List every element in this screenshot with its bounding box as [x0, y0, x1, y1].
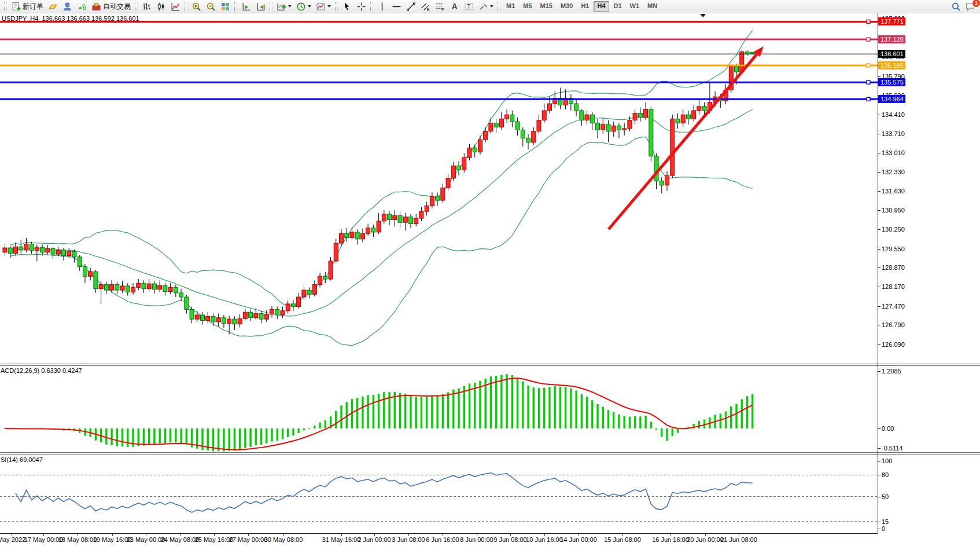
time-axis-label: 10 Jun 16:00 [526, 536, 563, 543]
time-tick-mark [544, 533, 545, 536]
candlestick-chart-button[interactable] [154, 1, 168, 12]
timeframe-m15-button[interactable]: M15 [537, 1, 556, 12]
hline-price-label[interactable]: 136.185 [878, 61, 905, 69]
timeframe-h1-button[interactable]: H1 [577, 1, 592, 12]
notification-badge: 1 [972, 0, 980, 7]
price-tick-mark [878, 210, 880, 211]
fibonacci-button[interactable]: F [433, 1, 447, 12]
hline-price-label[interactable]: 135.575 [878, 78, 905, 86]
toolbar-grip [498, 2, 500, 11]
time-axis-label: May 2022 [0, 536, 25, 543]
dropdown-caret-icon[interactable] [288, 5, 292, 8]
hline-price-label[interactable]: 137.771 [878, 17, 905, 25]
quotes-button[interactable] [46, 1, 60, 12]
crosshair-button[interactable] [354, 1, 369, 12]
timeframe-m30-button[interactable]: M30 [557, 1, 576, 12]
periods-button[interactable] [294, 1, 314, 12]
hline-price-label[interactable]: 134.964 [878, 95, 905, 103]
indicators-button[interactable] [274, 1, 294, 12]
time-axis-label: 20 Jun 00:00 [687, 536, 724, 543]
price-chart[interactable] [0, 13, 878, 364]
rsi-tick-mark [878, 522, 880, 522]
price-tick-label: 132.330 [882, 169, 905, 175]
macd-tick-label: -0.5114 [882, 445, 903, 452]
rsi-level-label: 80 [882, 472, 889, 478]
time-axis-label: 25 May 16:00 [195, 536, 234, 543]
indicators-icon [277, 2, 286, 12]
timeframe-d1-button[interactable]: D1 [610, 1, 625, 12]
chart-shift-icon [256, 2, 266, 12]
equidistant-channel-button[interactable]: E [418, 1, 433, 12]
toolbar: 新订单自动交易EFATM1M5M15M30H1H4D1W1MN1 [0, 0, 980, 13]
time-tick-mark [12, 533, 12, 536]
zoom-out-button[interactable] [204, 1, 218, 12]
time-tick-mark [374, 533, 375, 536]
price-tick-mark [878, 287, 880, 287]
timeframe-mn-button[interactable]: MN [644, 1, 661, 12]
trendline-button[interactable] [404, 1, 418, 12]
time-tick-mark [146, 533, 146, 536]
auto-scroll-button[interactable] [239, 1, 253, 12]
time-tick-mark [739, 533, 739, 536]
dropdown-caret-icon[interactable] [308, 5, 311, 8]
chart-shift-marker[interactable] [700, 14, 706, 17]
auto-trading-button[interactable]: 自动交易 [89, 1, 133, 12]
bar-chart-button[interactable] [139, 1, 154, 12]
macd-tick-mark [878, 428, 880, 429]
hline-price-label[interactable]: 137.128 [878, 35, 905, 43]
search-button[interactable] [949, 1, 963, 12]
time-tick-mark [78, 533, 78, 536]
time-axis-label: 16 Jun 16:00 [652, 536, 689, 543]
vertical-line-button[interactable] [375, 1, 389, 12]
price-tick-mark [878, 306, 880, 307]
timeframe-h4-button[interactable]: H4 [594, 1, 609, 12]
time-tick-mark [341, 533, 342, 536]
horizontal-line-button[interactable] [389, 1, 404, 12]
price-tick-label: 130.950 [882, 207, 905, 214]
rsi-indicator-label: SI(14) 69.0047 [1, 456, 43, 463]
timeframe-m5-button[interactable]: M5 [520, 1, 535, 12]
chart-shift-button[interactable] [253, 1, 268, 12]
macd-panel[interactable] [0, 366, 878, 452]
gold-icon [48, 2, 58, 12]
price-tick-label: 126.090 [882, 342, 905, 348]
text-label-icon: T [464, 2, 474, 12]
arrows-icon [478, 2, 488, 12]
price-tick-mark [878, 153, 880, 153]
cursor-button[interactable] [340, 1, 354, 12]
time-axis-label: 19 May 16:00 [93, 536, 132, 543]
new-order-button[interactable]: 新订单 [9, 1, 46, 12]
notifications-button[interactable]: 1 [963, 1, 978, 12]
timeframe-w1-button[interactable]: W1 [627, 1, 643, 12]
templates-button[interactable] [314, 1, 333, 12]
time-axis-label: 17 May 00:00 [24, 536, 63, 543]
rsi-level-label: 15 [882, 519, 889, 525]
timeframe-m1-button[interactable]: M1 [503, 1, 518, 12]
market-watch-button[interactable] [60, 1, 75, 12]
price-tick-label: 131.630 [882, 188, 905, 195]
rsi-tick-mark [878, 497, 880, 497]
dropdown-caret-icon[interactable] [327, 5, 331, 8]
price-tick-mark [878, 115, 880, 115]
price-tick-label: 129.550 [882, 246, 905, 252]
time-axis-label: 8 Jun 00:00 [460, 536, 493, 543]
signal-icon [77, 2, 87, 12]
zoom-in-button[interactable] [189, 1, 204, 12]
price-tick-mark [878, 172, 880, 173]
dropdown-caret-icon[interactable] [490, 5, 493, 8]
text-label-button[interactable]: T [462, 1, 476, 12]
current-price-label: 136.601 [878, 50, 905, 58]
time-axis-label: 27 May 00:00 [229, 536, 268, 543]
line-chart-button[interactable] [168, 1, 183, 12]
text-button[interactable]: A [447, 1, 462, 12]
time-axis-label: 30 May 08:00 [264, 536, 303, 543]
price-tick-label: 128.870 [882, 265, 905, 271]
signals-button[interactable] [75, 1, 89, 12]
tile-windows-button[interactable] [218, 1, 233, 12]
macd-indicator-label: ACD(12,26,9) 0.6330 0.4247 [1, 367, 82, 374]
rsi-panel[interactable] [0, 455, 878, 533]
arrows-button[interactable] [476, 1, 496, 12]
new-order-icon [11, 2, 21, 12]
time-tick-mark [510, 533, 511, 536]
toolbar-grip [234, 2, 237, 11]
